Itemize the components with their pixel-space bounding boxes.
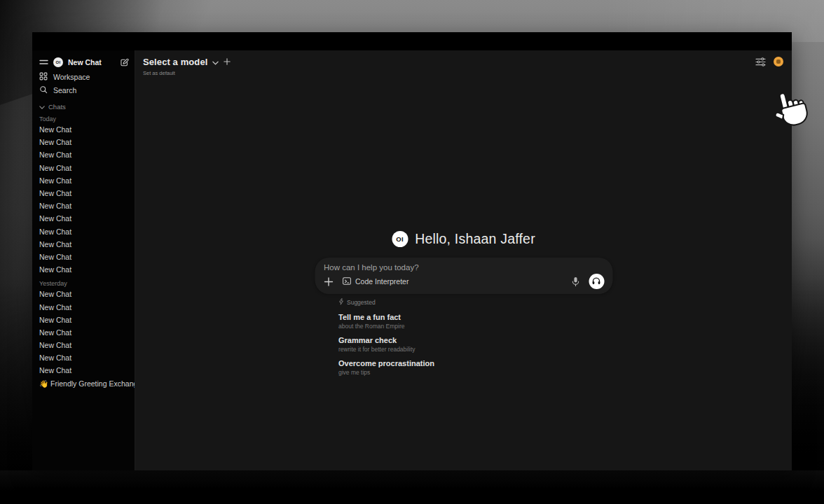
chat-list-item[interactable]: New Chat [39,300,129,313]
new-chat-icon[interactable] [120,58,129,67]
chat-list-item[interactable]: New Chat [39,162,129,174]
spark-icon [338,298,343,307]
chat-list-item[interactable]: New Chat [39,364,129,377]
set-as-default-button[interactable]: Set as default [143,70,783,76]
suggested-prompt-subtitle: give me tips [338,369,612,376]
message-composer: Code Interpreter [315,258,612,294]
suggested-section: Suggested Tell me a fun fact about the R… [315,298,612,376]
window-titlebar [32,32,792,50]
chat-list-item[interactable]: New Chat [39,351,129,364]
voice-call-button[interactable] [589,274,604,289]
app-logo-icon: OI [392,231,408,247]
chat-group-yesterday: Yesterday New ChatNew ChatNew ChatNew Ch… [39,279,129,377]
model-selector[interactable]: Select a model [143,55,783,68]
chat-list: New ChatNew ChatNew ChatNew ChatNew Chat… [39,123,129,276]
chat-list-item[interactable]: New Chat [39,288,129,300]
suggested-prompt-title: Overcome procrastination [338,359,612,368]
chat-list-item[interactable]: New Chat [39,123,129,136]
greeting: OI Hello, Ishaan Jaffer [315,231,612,247]
message-input[interactable] [324,263,604,273]
suggested-prompt-subtitle: rewrite it for better readability [338,346,612,353]
sidebar-item-label: Workspace [53,73,90,81]
chat-list-item[interactable]: New Chat [39,238,129,251]
headphones-icon [592,275,601,288]
terminal-icon [342,276,351,287]
top-bar: Select a model Set as default [135,50,792,81]
suggested-label: Suggested [347,299,376,306]
sidebar-toggle-icon[interactable] [39,59,48,66]
suggested-prompt-title: Tell me a fun fact [338,313,612,321]
chat-list-item[interactable]: New Chat [39,339,129,351]
chat-list-item-named[interactable]: 👋 Friendly Greeting Exchange [39,378,129,391]
code-interpreter-label: Code Interpreter [355,277,408,286]
chat-list-item[interactable]: New Chat [39,212,129,225]
code-interpreter-toggle[interactable]: Code Interpreter [342,276,408,287]
chat-list-item[interactable]: New Chat [39,326,129,339]
add-model-icon[interactable] [224,55,231,68]
chat-list-item[interactable]: New Chat [39,148,129,161]
model-selector-label: Select a model [143,57,207,67]
workspace-grid-icon [39,72,48,82]
chat-list-item[interactable]: New Chat [39,200,129,212]
suggested-prompt[interactable]: Grammar check rewrite it for better read… [338,336,612,353]
chat-list-item[interactable]: New Chat [39,314,129,326]
chat-list-item[interactable]: New Chat [39,251,129,263]
chat-list-item[interactable]: New Chat [39,225,129,238]
app-window: OI New Chat Workspace [32,32,792,470]
sidebar: OI New Chat Workspace [32,50,135,470]
chat-group-label: Today [39,114,129,123]
attach-plus-icon[interactable] [324,277,333,286]
suggested-prompt-title: Grammar check [338,336,612,344]
chat-group-label: Yesterday [39,279,129,288]
chat-group-today: Today New ChatNew ChatNew ChatNew ChatNe… [39,114,129,276]
chevron-down-icon [212,55,219,68]
search-icon [39,85,48,95]
chevron-down-icon [39,103,45,111]
suggested-prompt-subtitle: about the Roman Empire [338,323,612,330]
suggested-prompt[interactable]: Overcome procrastination give me tips [338,359,612,376]
chat-list-item[interactable]: New Chat [39,263,129,276]
greeting-text: Hello, Ishaan Jaffer [415,231,535,247]
controls-sliders-icon[interactable] [755,57,766,66]
suggested-prompt-list: Tell me a fun fact about the Roman Empir… [338,313,612,376]
chat-list: New ChatNew ChatNew ChatNew ChatNew Chat… [39,288,129,377]
desktop-background-bar [0,470,824,504]
main-content: Select a model Set as default [135,50,792,470]
user-avatar[interactable] [774,57,783,66]
chat-list-item[interactable]: New Chat [39,136,129,148]
suggested-prompt[interactable]: Tell me a fun fact about the Roman Empir… [338,313,612,330]
chats-section-toggle[interactable]: Chats [39,102,129,111]
app-logo-icon: OI [53,57,63,67]
sidebar-item-search[interactable]: Search [39,83,129,97]
chat-list-item[interactable]: New Chat [39,174,129,187]
sidebar-item-label: Search [53,86,76,94]
sidebar-title: New Chat [68,58,115,66]
sidebar-item-workspace[interactable]: Workspace [39,70,129,83]
chats-section-label: Chats [48,103,66,111]
chat-list-item[interactable]: New Chat [39,187,129,200]
microphone-icon[interactable] [571,276,579,287]
desktop-background-facet [792,238,824,476]
